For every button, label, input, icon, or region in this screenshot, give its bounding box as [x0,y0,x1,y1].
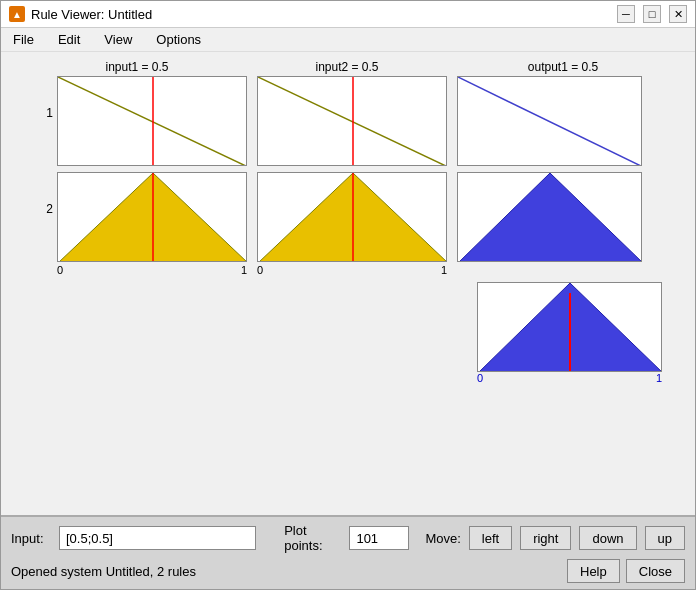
plot-points-label: Plot points: [284,523,341,553]
maximize-button[interactable]: □ [643,5,661,23]
rule-label-1: 1 [37,76,53,120]
input1-rule2-chart [57,172,247,262]
output1-header: output1 = 0.5 [447,60,679,74]
input1-rule1-chart [57,76,247,166]
input1-axis-min: 0 [57,264,63,276]
svg-marker-6 [458,173,642,262]
menu-file[interactable]: File [9,30,38,49]
window-controls[interactable]: ─ □ ✕ [617,5,687,23]
move-left-button[interactable]: left [469,526,512,550]
plot-points-field[interactable] [349,526,409,550]
title-bar: ▲ Rule Viewer: Untitled ─ □ ✕ [1,1,695,28]
close-button[interactable]: ✕ [669,5,687,23]
rule-label-2: 2 [37,172,53,216]
input2-axis-min: 0 [257,264,263,276]
input2-rule1-chart [257,76,447,166]
input-label: Input: [11,531,51,546]
status-text: Opened system Untitled, 2 rules [11,564,196,579]
input2-axis-max: 1 [441,264,447,276]
title-bar-left: ▲ Rule Viewer: Untitled [9,6,152,22]
output1-rule1-chart [457,76,642,166]
output-aggregated-chart: 0 1 [477,282,662,384]
menu-bar: File Edit View Options [1,28,695,52]
input1-axis-max: 1 [241,264,247,276]
help-close-row: Help Close [567,559,685,583]
move-up-button[interactable]: up [645,526,685,550]
help-button[interactable]: Help [567,559,620,583]
main-content: input1 = 0.5 input2 = 0.5 output1 = 0.5 … [1,52,695,515]
output1-rule2-chart [457,172,642,262]
window-title: Rule Viewer: Untitled [31,7,152,22]
move-right-button[interactable]: right [520,526,571,550]
output-axis-min: 0 [477,372,483,384]
main-window: ▲ Rule Viewer: Untitled ─ □ ✕ File Edit … [0,0,696,590]
input2-header: input2 = 0.5 [247,60,447,74]
input1-header: input1 = 0.5 [37,60,237,74]
minimize-button[interactable]: ─ [617,5,635,23]
close-button[interactable]: Close [626,559,685,583]
bottom-row-2: Opened system Untitled, 2 rules Help Clo… [11,559,685,583]
app-icon: ▲ [9,6,25,22]
menu-options[interactable]: Options [152,30,205,49]
menu-view[interactable]: View [100,30,136,49]
bottom-panel: Input: Plot points: Move: left right dow… [1,515,695,589]
input-field[interactable] [59,526,256,550]
menu-edit[interactable]: Edit [54,30,84,49]
output-axis-max: 1 [656,372,662,384]
move-label: Move: [425,531,460,546]
move-down-button[interactable]: down [579,526,636,550]
bottom-row-1: Input: Plot points: Move: left right dow… [11,523,685,553]
input2-rule2-chart [257,172,447,262]
